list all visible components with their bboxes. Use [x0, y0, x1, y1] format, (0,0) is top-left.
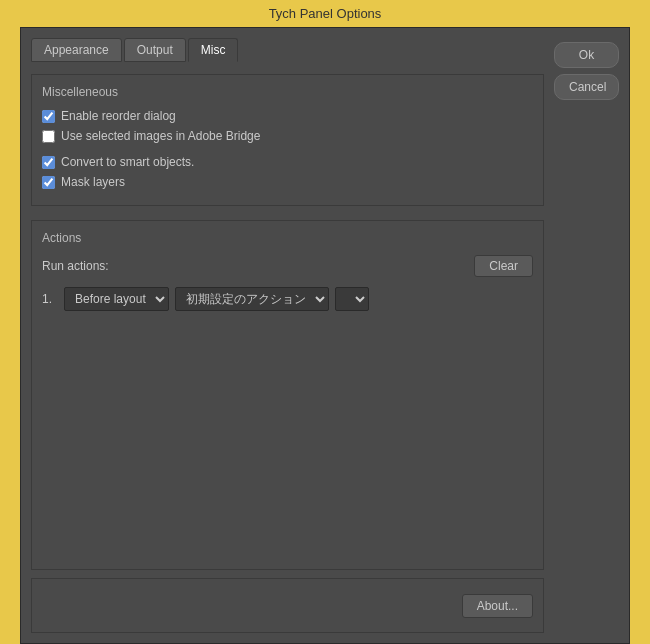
checkbox-smart[interactable]	[42, 156, 55, 169]
checkbox-bridge-label: Use selected images in Adobe Bridge	[61, 129, 260, 143]
tab-misc[interactable]: Misc	[188, 38, 239, 62]
checkbox-bridge-row: Use selected images in Adobe Bridge	[42, 129, 533, 143]
when-select[interactable]: Before layout After layout	[64, 287, 169, 311]
dialog-main: Appearance Output Misc Miscelleneous Ena…	[31, 38, 544, 633]
run-actions-row: Run actions: Clear	[42, 255, 533, 277]
ok-button[interactable]: Ok	[554, 42, 619, 68]
checkbox-bridge[interactable]	[42, 130, 55, 143]
actions-panel-title: Actions	[42, 231, 533, 245]
checkbox-mask-row: Mask layers	[42, 175, 533, 189]
action-select[interactable]	[335, 287, 369, 311]
dialog-buttons: Ok Cancel	[554, 38, 619, 633]
action-row-1: 1. Before layout After layout 初期設定のアクション	[42, 287, 533, 311]
misc-panel: Miscelleneous Enable reorder dialog Use …	[31, 74, 544, 206]
checkbox-reorder-row: Enable reorder dialog	[42, 109, 533, 123]
dialog: Appearance Output Misc Miscelleneous Ena…	[20, 27, 630, 644]
cancel-button[interactable]: Cancel	[554, 74, 619, 100]
action-num: 1.	[42, 292, 58, 306]
clear-button[interactable]: Clear	[474, 255, 533, 277]
misc-panel-title: Miscelleneous	[42, 85, 533, 99]
run-actions-label: Run actions:	[42, 259, 109, 273]
checkbox-reorder[interactable]	[42, 110, 55, 123]
bottom-panel: About...	[31, 578, 544, 633]
checkbox-mask[interactable]	[42, 176, 55, 189]
checkbox-smart-row: Convert to smart objects.	[42, 155, 533, 169]
checkbox-reorder-label: Enable reorder dialog	[61, 109, 176, 123]
set-select[interactable]: 初期設定のアクション	[175, 287, 329, 311]
checkbox-mask-label: Mask layers	[61, 175, 125, 189]
title-text: Tych Panel Options	[269, 6, 382, 21]
title-bar: Tych Panel Options	[0, 0, 650, 27]
actions-panel: Actions Run actions: Clear 1. Before lay…	[31, 220, 544, 570]
checkbox-smart-label: Convert to smart objects.	[61, 155, 194, 169]
tabs-bar: Appearance Output Misc	[31, 38, 544, 62]
tab-appearance[interactable]: Appearance	[31, 38, 122, 62]
tab-output[interactable]: Output	[124, 38, 186, 62]
about-button[interactable]: About...	[462, 594, 533, 618]
